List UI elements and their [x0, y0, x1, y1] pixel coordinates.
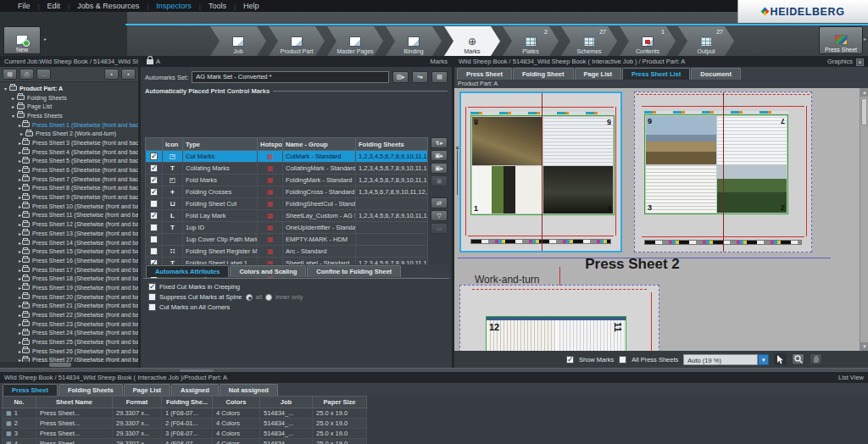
zoom-tool-button[interactable]	[792, 353, 804, 365]
tree-item-press-sheet-21[interactable]: Press Sheet 21 (Sheetwise (front and bac…	[0, 302, 138, 311]
scrollbar-thumb[interactable]	[49, 363, 71, 367]
mark-row-folding-sheet-cut[interactable]: Folding Sheet Cut FoldingSheetCut - Stan…	[146, 198, 428, 210]
tab-confine-to-folding-sheet[interactable]: Confine to Folding Sheet	[307, 265, 401, 277]
tree-item-press-sheets[interactable]: Press Sheets	[0, 111, 138, 120]
load-automark-set-button[interactable]: ▥▸	[392, 71, 409, 83]
all-press-sheets-checkbox[interactable]	[619, 356, 626, 364]
graphics-label[interactable]: Graphics	[827, 56, 853, 67]
tab-colors-and-scaling[interactable]: Colors and Scaling	[230, 265, 306, 277]
page-thumb[interactable]: 5	[543, 117, 614, 165]
hotspot-grid-icon[interactable]	[267, 247, 274, 255]
tree-item-press-sheet-26[interactable]: Press Sheet 26 (Sheetwise (front and bac…	[0, 347, 138, 356]
mark-row-register-mark[interactable]: Folding Sheet Register Ma... Arc - Stand…	[146, 246, 428, 258]
page-thumb[interactable]: 11	[557, 320, 625, 351]
expander-icon[interactable]	[19, 258, 21, 264]
tree-item-press-sheet-1[interactable]: Press Sheet 1 (Sheetwise (front and back…	[0, 120, 138, 130]
mark-enabled-checkbox[interactable]	[150, 153, 158, 160]
tree-item-press-sheet-23[interactable]: Press Sheet 23 (Sheetwise (front and bac…	[0, 319, 138, 329]
new-job-button[interactable]: New	[3, 26, 41, 54]
expander-icon[interactable]	[19, 230, 21, 236]
select-tool-button[interactable]	[774, 353, 787, 365]
tab-press-sheet[interactable]: Press Sheet	[457, 68, 512, 80]
page-thumb[interactable]: 4	[543, 166, 614, 214]
mark-enabled-checkbox[interactable]	[150, 236, 158, 243]
tree-item-press-sheet-17[interactable]: Press Sheet 17 (Sheetwise (front and bac…	[0, 265, 138, 275]
save-button[interactable]: ▤	[3, 69, 17, 80]
expander-icon[interactable]	[19, 312, 21, 318]
step-job[interactable]: Job	[210, 26, 266, 56]
expander-icon[interactable]	[19, 221, 21, 227]
expander-icon[interactable]	[10, 113, 16, 119]
expander-icon[interactable]	[19, 149, 21, 155]
page-thumb[interactable]: 6	[646, 116, 716, 164]
expander-icon[interactable]	[10, 103, 16, 109]
tree-item-press-sheet-7[interactable]: Press Sheet 7 (Sheetwise (front and back…	[0, 175, 138, 184]
press-sheet-1-back[interactable]: 6 7 3 2	[634, 92, 812, 253]
page-thumb[interactable]: 2	[717, 165, 787, 214]
expander-icon[interactable]	[19, 140, 21, 146]
tab-assigned[interactable]: Assigned	[171, 384, 219, 396]
step-output[interactable]: Output27	[678, 26, 734, 56]
expander-icon[interactable]	[19, 275, 21, 281]
step-schemes[interactable]: Schemes27	[561, 26, 617, 56]
expander-icon[interactable]	[19, 267, 21, 273]
menu-inspectors[interactable]: Inspectors	[148, 2, 199, 10]
show-marks-checkbox[interactable]	[566, 356, 574, 364]
tree-item-press-sheet-20[interactable]: Press Sheet 20 (Sheetwise (front and bac…	[0, 292, 138, 302]
copy-marks-button[interactable]: ▣▸	[431, 150, 448, 161]
expander-icon[interactable]	[19, 348, 21, 354]
tab-not-assigned[interactable]: Not assigned	[220, 384, 278, 396]
expander-icon[interactable]	[19, 185, 21, 191]
expander-icon[interactable]	[19, 321, 21, 327]
menu-file[interactable]: File	[10, 2, 38, 10]
close-icon[interactable]	[856, 58, 864, 66]
press-sheet-1-front[interactable]: 8 5 1 4	[459, 92, 622, 253]
list-view-label[interactable]: List View	[838, 372, 864, 383]
expander-icon[interactable]	[19, 158, 21, 164]
mark-enabled-checkbox[interactable]	[150, 164, 158, 172]
hotspot-grid-icon[interactable]	[267, 188, 274, 196]
tree-item-press-sheet-19[interactable]: Press Sheet 19 (Sheetwise (front and bac…	[0, 283, 138, 292]
scroll-down-icon[interactable]: ▼	[860, 342, 868, 351]
tab-page-list-bottom[interactable]: Page List	[124, 384, 170, 396]
tree-item-page-list[interactable]: Page List	[0, 102, 138, 111]
expander-icon[interactable]	[3, 86, 8, 92]
mark-row-folding-crosses[interactable]: Folding Crosses FoldingCross - Standard …	[146, 186, 428, 198]
fixed-cut-marks-checkbox[interactable]	[148, 283, 156, 291]
refresh-marks-button[interactable]: ↯▸	[431, 137, 448, 148]
step-binding[interactable]: Binding	[386, 26, 442, 56]
hotspot-grid-icon[interactable]	[267, 200, 274, 208]
tree-item-press-sheet-27[interactable]: Press Sheet 27 (Sheetwise (front and bac…	[0, 356, 138, 362]
hotspot-grid-icon[interactable]	[267, 224, 274, 231]
tree-item-press-sheet-14[interactable]: Press Sheet 14 (Sheetwise (front and bac…	[0, 238, 138, 247]
tree-horizontal-scrollbar[interactable]	[0, 362, 138, 368]
tree-item-press-sheet-10[interactable]: Press Sheet 10 (Sheetwise (front and bac…	[0, 202, 138, 211]
tree-item-press-sheet-3[interactable]: Press Sheet 3 (Sheetwise (front and back…	[0, 138, 138, 147]
zoom-dropdown-icon[interactable]: ▾	[758, 354, 769, 365]
radio-inner-only[interactable]	[265, 294, 272, 301]
tree-item-press-sheet-5[interactable]: Press Sheet 5 (Sheetwise (front and back…	[0, 157, 138, 166]
tab-folding-sheet[interactable]: Folding Sheet	[513, 68, 574, 80]
step-master-pages[interactable]: Master Pages	[327, 26, 383, 56]
hotspot-grid-icon[interactable]	[267, 164, 274, 172]
tree-item-press-sheet-2[interactable]: Press Sheet 2 (Work-and-turn)	[0, 129, 138, 138]
mark-enabled-checkbox[interactable]	[150, 200, 158, 208]
expander-icon[interactable]	[19, 294, 21, 300]
tab-press-sheet-list[interactable]: Press Sheet List	[622, 68, 690, 80]
menu-tools[interactable]: Tools	[201, 2, 234, 10]
page-thumb[interactable]: 1	[472, 166, 542, 214]
mark-enabled-checkbox[interactable]	[150, 188, 158, 196]
expander-icon[interactable]	[19, 167, 21, 173]
tree-item-press-sheet-24[interactable]: Press Sheet 24 (Sheetwise (front and bac…	[0, 329, 138, 338]
mark-enabled-checkbox[interactable]	[150, 176, 158, 184]
save-automark-set-button[interactable]: ▤	[431, 71, 448, 83]
tree-item-press-sheet-9[interactable]: Press Sheet 9 (Sheetwise (front and back…	[0, 192, 138, 202]
expander-icon[interactable]	[10, 95, 16, 101]
press-sheet-row-1[interactable]: 1 Press Sheet... 29.3307 x... 1 (F08-07.…	[3, 408, 367, 419]
step-contents[interactable]: Contents1	[620, 26, 676, 56]
mark-row-fold-lay-mark[interactable]: Fold Lay Mark SheetLay_Custom - AG S... …	[146, 210, 428, 222]
hotspot-grid-icon[interactable]	[267, 212, 274, 219]
mark-row-fold-marks[interactable]: Fold Marks FoldingMark - Standard 1,2,3,…	[146, 175, 428, 186]
step-marks[interactable]: Marks	[444, 26, 500, 56]
press-sheet-button[interactable]: Press Sheet	[819, 26, 863, 54]
